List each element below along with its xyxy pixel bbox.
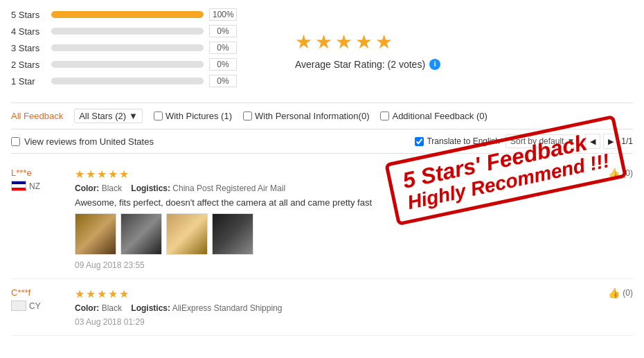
bar-label: 5 Stars: [11, 10, 46, 20]
review-stars: ★ ★ ★ ★ ★: [75, 168, 633, 181]
review-image[interactable]: [166, 213, 208, 255]
pagination: ◀ ▶ 1/1: [585, 134, 633, 149]
bar-percentage: 0%: [209, 42, 237, 54]
info-icon[interactable]: i: [429, 59, 440, 70]
review-content: ★ ★ ★ ★ ★ Color: Black Logistics: AliExp…: [75, 287, 633, 327]
rating-section: 5 Stars100%4 Stars0%3 Stars0%2 Stars0%1 …: [11, 8, 633, 91]
view-reviews-label: View reviews from United States: [24, 136, 154, 147]
review-image[interactable]: [75, 213, 116, 255]
translate-checkbox[interactable]: [415, 137, 424, 146]
additional-filter[interactable]: Additional Feedback (0): [380, 111, 487, 121]
r1-star1: ★: [75, 168, 84, 181]
helpful-count: (0): [623, 288, 633, 298]
bar-percentage: 0%: [209, 58, 237, 71]
avg-star-5: ★: [375, 30, 393, 53]
review-image[interactable]: [120, 213, 162, 255]
with-personal-checkbox[interactable]: [243, 111, 252, 120]
review-content: ★ ★ ★ ★ ★ Color: Black Logistics: China …: [75, 168, 633, 270]
reviewer-country: CY: [11, 301, 66, 311]
r2-star1: ★: [75, 287, 84, 301]
r1-star3: ★: [97, 168, 107, 181]
review-text: Awesome, fits perfect, doesn't affect th…: [75, 197, 633, 208]
additional-label: Additional Feedback (0): [392, 111, 487, 121]
review-images: [75, 213, 633, 255]
review-date: 09 Aug 2018 23:55: [75, 260, 633, 270]
filter-bar: All Feedback All Stars (2) ▼ With Pictur…: [11, 102, 633, 129]
r2-star3: ★: [97, 287, 107, 301]
translate-option[interactable]: Translate to English: [415, 136, 500, 146]
helpful-button[interactable]: 👍 (0): [608, 168, 633, 179]
r2-star4: ★: [108, 287, 118, 301]
next-page-button[interactable]: ▶: [603, 134, 618, 149]
rating-bars: 5 Stars100%4 Stars0%3 Stars0%2 Stars0%1 …: [11, 8, 267, 91]
reviewer-info: C***f CY: [11, 287, 66, 327]
bar-track: [51, 11, 204, 18]
average-text: Average Star Rating: (2 votes): [295, 59, 425, 70]
average-label: Average Star Rating: (2 votes) i: [295, 59, 633, 70]
review-meta: Color: Black Logistics: China Post Regis…: [75, 184, 633, 193]
thumbs-up-icon: 👍: [608, 168, 620, 179]
bar-track: [51, 28, 204, 35]
helpful-count: (0): [623, 168, 633, 178]
thumbs-up-icon: 👍: [608, 287, 620, 298]
with-personal-label: With Personal Information(0): [255, 111, 369, 121]
bar-percentage: 0%: [209, 75, 237, 87]
secondary-right: Translate to English Sort by default ▼ ◀…: [415, 134, 633, 149]
helpful-button[interactable]: 👍 (0): [608, 287, 633, 298]
stars-display: ★ ★ ★ ★ ★: [295, 30, 633, 53]
page-indicator: 1/1: [621, 136, 633, 146]
reviewer-country: NZ: [11, 181, 66, 191]
reviewer-info: L***e NZ: [11, 168, 66, 270]
view-reviews-checkbox[interactable]: [11, 137, 20, 146]
secondary-left: View reviews from United States: [11, 136, 154, 147]
reviewer-name: L***e: [11, 168, 66, 178]
sort-label: Sort by default: [510, 136, 564, 146]
country-label: NZ: [29, 181, 40, 191]
color-label: Color:: [75, 303, 99, 313]
country-label: CY: [29, 301, 41, 311]
bar-label: 2 Stars: [11, 60, 46, 70]
with-pictures-label: With Pictures (1): [166, 111, 232, 121]
logistics-label: Logistics:: [131, 184, 170, 193]
review-image[interactable]: [212, 213, 253, 255]
translate-label: Translate to English: [427, 136, 500, 146]
bar-label: 1 Star: [11, 76, 46, 87]
review-meta: Color: Black Logistics: AliExpress Stand…: [75, 303, 633, 313]
r2-star2: ★: [86, 287, 96, 301]
logistics-label: Logistics:: [131, 303, 170, 313]
prev-page-button[interactable]: ◀: [585, 134, 600, 149]
sort-dropdown[interactable]: Sort by default ▼: [506, 134, 580, 148]
rating-bar-row: 3 Stars0%: [11, 42, 267, 54]
rating-bar-row: 1 Star0%: [11, 75, 267, 87]
rating-bar-row: 2 Stars0%: [11, 58, 267, 71]
all-feedback-link[interactable]: All Feedback: [11, 111, 63, 121]
r1-star5: ★: [119, 168, 129, 181]
reviewer-name: C***f: [11, 287, 66, 298]
rating-bar-row: 4 Stars0%: [11, 25, 267, 37]
bar-percentage: 0%: [209, 25, 237, 37]
bar-label: 4 Stars: [11, 26, 46, 37]
bar-track: [51, 44, 204, 51]
bar-label: 3 Stars: [11, 43, 46, 53]
r2-star5: ★: [119, 287, 129, 301]
review-stars: ★ ★ ★ ★ ★: [75, 287, 633, 301]
avg-star-1: ★: [295, 30, 312, 53]
flag-icon: [11, 301, 26, 311]
review-date: 03 Aug 2018 01:29: [75, 317, 633, 327]
secondary-filter-bar: View reviews from United States Translat…: [11, 129, 633, 154]
r1-star2: ★: [86, 168, 96, 181]
rating-bar-row: 5 Stars100%: [11, 8, 267, 21]
with-pictures-checkbox[interactable]: [154, 111, 163, 120]
average-section: ★ ★ ★ ★ ★ Average Star Rating: (2 votes)…: [295, 8, 633, 91]
with-pictures-filter[interactable]: With Pictures (1): [154, 111, 232, 121]
review-item: C***f CY ★ ★ ★ ★ ★ Color: Black Logistic…: [11, 279, 633, 336]
dropdown-arrow-icon: ▼: [129, 111, 138, 121]
all-stars-dropdown[interactable]: All Stars (2) ▼: [74, 109, 143, 123]
with-personal-filter[interactable]: With Personal Information(0): [243, 111, 369, 121]
avg-star-3: ★: [335, 30, 352, 53]
bar-fill: [51, 11, 204, 18]
avg-star-2: ★: [315, 30, 332, 53]
r1-star4: ★: [108, 168, 118, 181]
sort-arrow-icon: ▼: [566, 136, 575, 146]
additional-checkbox[interactable]: [380, 111, 389, 120]
